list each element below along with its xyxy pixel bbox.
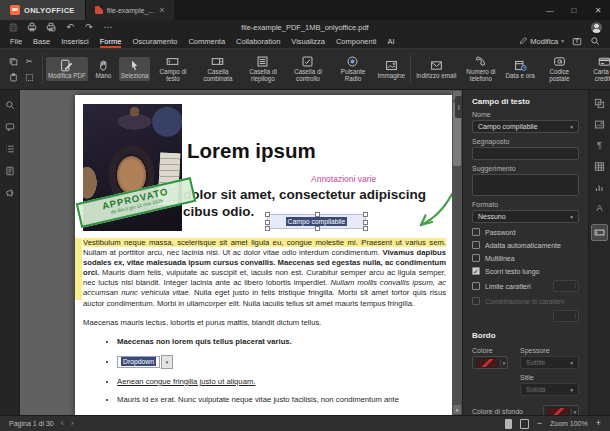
close-button[interactable]: ✕ [586,0,610,20]
menu-ai[interactable]: AI [387,34,394,48]
chart-settings-icon[interactable] [594,182,605,193]
document-body-text[interactable]: Vestibulum neque massa, scelerisque sit … [83,238,446,413]
modifica-pdf-button[interactable]: Modifica PDF [46,57,88,82]
paste-icon[interactable] [6,69,20,85]
segnaposto-input[interactable] [472,147,579,160]
casella-di-controllo-button[interactable]: Casella di controllo [285,53,330,85]
menu-base[interactable]: Base [33,34,50,48]
checkbox-unchecked[interactable] [472,282,480,290]
green-arrow-annotation[interactable] [411,191,452,233]
dropdown-value[interactable]: Dropdown [121,357,156,366]
campo-di-testo-button[interactable]: Campo di testo [150,53,195,85]
select-all-icon[interactable] [22,69,36,85]
save-copy-icon[interactable] [572,36,582,46]
menu-forme[interactable]: Forme [100,34,122,48]
chevron-down-icon[interactable]: ▾ [571,409,578,415]
password-checkbox-row[interactable]: Password [472,228,579,236]
panel-collapse-handle[interactable]: ❙ [455,96,462,118]
adatta-checkbox-row[interactable]: Adatta automaticamente [472,241,579,249]
numero-di-telefono-button[interactable]: Numero di telefono [458,53,503,85]
navigation-panel-icon[interactable] [5,144,15,154]
menu-componenti[interactable]: Componenti [336,34,376,48]
page-indicator[interactable]: Pagina 1 di 30 [9,420,54,427]
casella-di-riepilogo-button[interactable]: Casella di riepilogo [240,53,285,85]
codice-postale-button[interactable]: Codice postale [537,53,582,85]
minimize-button[interactable]: — [538,0,562,20]
immagine-button[interactable]: Immagine [375,57,407,82]
mode-dropdown[interactable]: Modifica ▾ [519,37,564,46]
indirizzo-email-button[interactable]: Indirizzo email [414,57,458,82]
menu-commenta[interactable]: Commenta [188,34,225,48]
resize-handle[interactable] [363,226,368,231]
document-scrollbar[interactable]: ▴ ▾ [452,90,462,415]
resize-handle[interactable] [265,212,270,217]
table-settings-icon[interactable] [594,161,605,172]
copy-icon[interactable] [6,53,20,69]
casella-combinata-button[interactable]: Casella combinata [195,53,240,85]
paragraph-settings-icon[interactable]: ¶ [597,140,602,151]
maximize-button[interactable]: □ [562,0,586,20]
next-page-icon[interactable]: › [71,419,74,428]
text-art-settings-icon[interactable]: A [596,203,602,214]
redo-icon[interactable]: ↷ [84,22,94,32]
form-settings-icon[interactable] [591,224,608,241]
comments-panel-icon[interactable] [5,122,15,132]
border-color-picker[interactable]: ▾ [472,356,508,369]
menu-file[interactable]: File [10,34,22,48]
resize-handle[interactable] [265,226,270,231]
menu-oscuramento[interactable]: Oscuramento [132,34,177,48]
zoom-level[interactable]: Zoom 100% [550,420,588,427]
limite-caratteri-checkbox-row[interactable]: Limite caratteri ▴▾ [472,280,579,292]
cut-icon[interactable]: ✂ [22,53,36,69]
document-tab[interactable]: file-example_... × [85,0,175,20]
resize-handle[interactable] [363,220,368,225]
menu-collaboration[interactable]: Collaboration [236,34,280,48]
annotation-label[interactable]: Annotazioni varie [311,174,376,184]
zoom-in-icon[interactable]: + [596,419,601,428]
dropdown-arrow-icon[interactable]: ▾ [161,355,173,369]
checkbox-unchecked[interactable] [472,228,480,236]
menu-inserisci[interactable]: Inserisci [61,34,89,48]
formato-select[interactable]: Nessuno ▾ [472,210,579,223]
chevron-down-icon[interactable]: ▾ [500,360,507,366]
search-icon[interactable] [590,36,600,46]
tab-close-icon[interactable]: × [158,6,165,15]
menu-visualizza[interactable]: Visualizza [291,34,325,48]
data-e-ora-button[interactable]: Data e ora [503,57,536,82]
save-icon[interactable] [8,22,18,32]
thumbnails-panel-icon[interactable] [5,166,15,176]
previous-page-icon[interactable]: ‹ [61,419,64,428]
checkbox-unchecked[interactable] [472,254,480,262]
background-color-picker[interactable]: ▾ [543,405,579,415]
fit-page-icon[interactable] [505,419,512,429]
app-tab[interactable]: ONLYOFFICE [0,0,85,20]
user-avatar[interactable] [591,22,602,33]
customize-quick-access-icon[interactable]: ⋯ [103,22,113,32]
quick-print-icon[interactable] [46,22,56,32]
multilinea-checkbox-row[interactable]: Multilinea [472,254,579,262]
nome-select[interactable]: Campo compilabile ▾ [472,120,579,133]
checkbox-checked[interactable]: ✓ [472,267,480,275]
checkbox-unchecked[interactable] [472,241,480,249]
resize-handle[interactable] [265,220,270,225]
pdf-page[interactable]: APPROVATO da Ste,il gio 12 mar 2026 Lore… [75,95,452,415]
resize-handle[interactable] [363,212,368,217]
mano-button[interactable]: Mano [88,57,119,82]
limite-caratteri-spinner[interactable]: ▴▾ [553,280,579,292]
scroll-down-icon[interactable]: ▾ [453,405,461,414]
zoom-out-icon[interactable]: − [537,419,542,428]
shape-settings-icon[interactable] [594,98,605,109]
feedback-icon[interactable] [5,188,15,198]
suggerimento-input[interactable] [472,174,579,196]
carta-di-credito-button[interactable]: Carta di credito [582,53,610,85]
resize-handle[interactable] [315,226,320,231]
seleziona-button[interactable]: Seleziona [119,57,151,82]
selected-text-form-field[interactable]: Campo compilabile [267,214,366,229]
image-settings-icon[interactable] [594,119,605,130]
pulsante-radio-button[interactable]: Pulsante Radio [330,53,375,85]
form-field-value[interactable]: Campo compilabile [286,217,348,226]
print-icon[interactable] [27,22,37,32]
resize-handle[interactable] [315,212,320,217]
undo-icon[interactable]: ↶ [65,22,75,32]
dropdown-form-field[interactable]: Dropdown ▾ [117,355,173,369]
